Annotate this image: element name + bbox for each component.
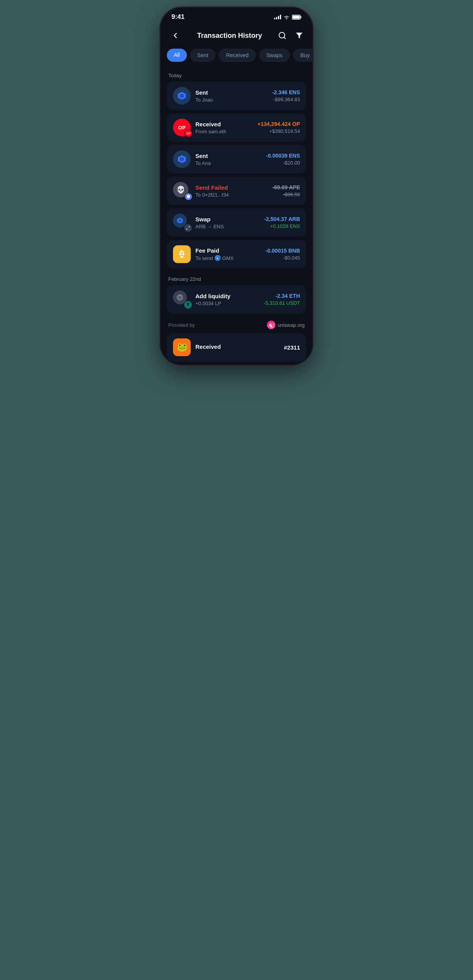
- gmx-icon: ▲: [215, 255, 221, 261]
- header: Transaction History: [161, 24, 312, 49]
- transaction-row[interactable]: OP OP Received From sam.eth +134,294.424…: [167, 113, 306, 142]
- filter-tabs: All Sent Received Swaps Buy Se...: [161, 49, 312, 68]
- battery-icon: [292, 15, 302, 20]
- tx-title: Swap: [195, 216, 259, 222]
- page-title: Transaction History: [197, 32, 262, 40]
- tx-amounts: +134,294.424 OP +$390,519.54: [258, 121, 300, 134]
- transaction-row[interactable]: 🐸 Received #2311: [167, 333, 306, 362]
- status-bar: 9:41: [161, 8, 312, 24]
- tx-amount-primary: -2,504.37 ARB: [264, 216, 300, 222]
- tab-buy[interactable]: Buy: [293, 49, 312, 62]
- transaction-row[interactable]: Fee Paid To send ▲ GMX -0.00015 BNB -$0.…: [167, 240, 306, 268]
- tx-title-failed: Send Failed: [195, 184, 268, 191]
- tx-amounts: -0.00039 ENS -$20.00: [266, 153, 300, 166]
- tx-amount-primary: -2.346 ENS: [272, 89, 300, 95]
- tx-amount-secondary: -$99,364.83: [272, 97, 300, 102]
- provided-by-section: Provided by 🦄 uniswap.org: [167, 317, 306, 333]
- tx-info: Add liquidity +0.0034 LP: [195, 293, 259, 306]
- tx-amount-primary: +134,294.424 OP: [258, 121, 300, 127]
- tx-info: Fee Paid To send ▲ GMX: [195, 247, 261, 261]
- tab-all[interactable]: All: [167, 49, 187, 62]
- tx-subtitle: ARB → ENS: [195, 224, 259, 229]
- wifi-icon: [283, 15, 290, 19]
- tx-info: Sent To Ana: [195, 153, 261, 166]
- tx-subtitle: +0.0034 LP: [195, 301, 259, 306]
- tx-amount-secondary: +0.1028 ENS: [264, 223, 300, 229]
- ens-icon: [173, 150, 191, 168]
- ens-icon: [173, 87, 191, 105]
- tx-subtitle: To Joao: [195, 97, 268, 103]
- signal-icon: [274, 15, 281, 19]
- section-today: Today: [167, 68, 306, 82]
- section-feb22: February 22nd: [167, 272, 306, 285]
- tx-amount-secondary: -$20.00: [266, 160, 300, 166]
- tx-title: Sent: [195, 153, 261, 159]
- tx-amounts: -0.00015 BNB -$0.045: [266, 248, 300, 261]
- tx-title: Received: [195, 121, 253, 127]
- liquidity-icon: ₮: [173, 290, 191, 308]
- provided-by-value: 🦄 uniswap.org: [267, 321, 305, 329]
- tx-info: Send Failed To 0×2f21...f34: [195, 184, 268, 198]
- bnb-icon: [173, 245, 191, 263]
- tx-info: Sent To Joao: [195, 89, 268, 103]
- tx-amount-primary: -0.00039 ENS: [266, 153, 300, 159]
- tx-amounts: -2.34 ETH -5,310.61 USDT: [264, 293, 300, 306]
- tx-amounts: #2311: [284, 344, 300, 351]
- tx-amount-primary: -2.34 ETH: [264, 293, 300, 299]
- op-icon: OP OP: [173, 119, 191, 136]
- svg-rect-1: [301, 16, 302, 18]
- provided-by-label: Provided by: [168, 322, 195, 328]
- transaction-row[interactable]: 💀 Send Failed To 0×2f21...f34 -69.69 APE…: [167, 177, 306, 205]
- tx-subtitle: To 0×2f21...f34: [195, 192, 268, 198]
- tab-swaps[interactable]: Swaps: [259, 49, 290, 62]
- tx-info: Received: [195, 343, 279, 351]
- filter-button[interactable]: [294, 30, 305, 41]
- header-actions: [277, 30, 305, 41]
- search-button[interactable]: [277, 30, 288, 41]
- provider-name: uniswap.org: [278, 322, 305, 328]
- transaction-row[interactable]: Sent To Joao -2.346 ENS -$99,364.83: [167, 82, 306, 110]
- tx-subtitle: From sam.eth: [195, 129, 253, 134]
- tx-info: Swap ARB → ENS: [195, 216, 259, 229]
- tx-amounts: -2.346 ENS -$99,364.83: [272, 89, 300, 102]
- tx-amount-primary: -69.69 APE: [272, 184, 300, 190]
- swap-icon: [173, 214, 191, 231]
- tx-title: Received: [195, 343, 279, 350]
- tx-title: Fee Paid: [195, 247, 261, 254]
- tx-subtitle: To Ana: [195, 160, 261, 166]
- svg-line-4: [284, 37, 285, 39]
- svg-rect-2: [293, 15, 300, 19]
- tx-title: Add liquidity: [195, 293, 259, 299]
- tx-amount-secondary: -$0.045: [266, 255, 300, 261]
- tx-amount-hash: #2311: [284, 344, 300, 351]
- phone-frame: 9:41 Transaction History: [161, 8, 312, 365]
- uniswap-icon: 🦄: [267, 321, 275, 329]
- tx-info: Received From sam.eth: [195, 121, 253, 134]
- transaction-row[interactable]: Swap ARB → ENS -2,504.37 ARB +0.1028 ENS: [167, 208, 306, 237]
- svg-marker-5: [296, 33, 303, 39]
- tx-title: Sent: [195, 89, 268, 96]
- transaction-row[interactable]: ₮ Add liquidity +0.0034 LP -2.34 ETH -5,…: [167, 285, 306, 314]
- tx-amounts: -69.69 APE -$96.55: [272, 184, 300, 197]
- content: Today Sent To Joao -2.346 ENS -$99,364.8…: [161, 68, 312, 362]
- tx-amount-secondary: -5,310.61 USDT: [264, 300, 300, 306]
- status-icons: [274, 15, 302, 20]
- nft-icon: 🐸: [173, 338, 191, 356]
- tx-amounts: -2,504.37 ARB +0.1028 ENS: [264, 216, 300, 229]
- back-button[interactable]: [168, 29, 182, 42]
- op-badge: OP: [185, 129, 192, 137]
- tab-received[interactable]: Received: [219, 49, 256, 62]
- tx-amount-secondary: -$96.55: [272, 192, 300, 197]
- tx-amount-secondary: +$390,519.54: [258, 128, 300, 134]
- tx-subtitle: To send ▲ GMX: [195, 255, 261, 261]
- ape-icon: 💀: [173, 182, 191, 200]
- tab-sent[interactable]: Sent: [190, 49, 216, 62]
- status-time: 9:41: [171, 13, 185, 21]
- transaction-row[interactable]: Sent To Ana -0.00039 ENS -$20.00: [167, 145, 306, 173]
- tx-amount-primary: -0.00015 BNB: [266, 248, 300, 254]
